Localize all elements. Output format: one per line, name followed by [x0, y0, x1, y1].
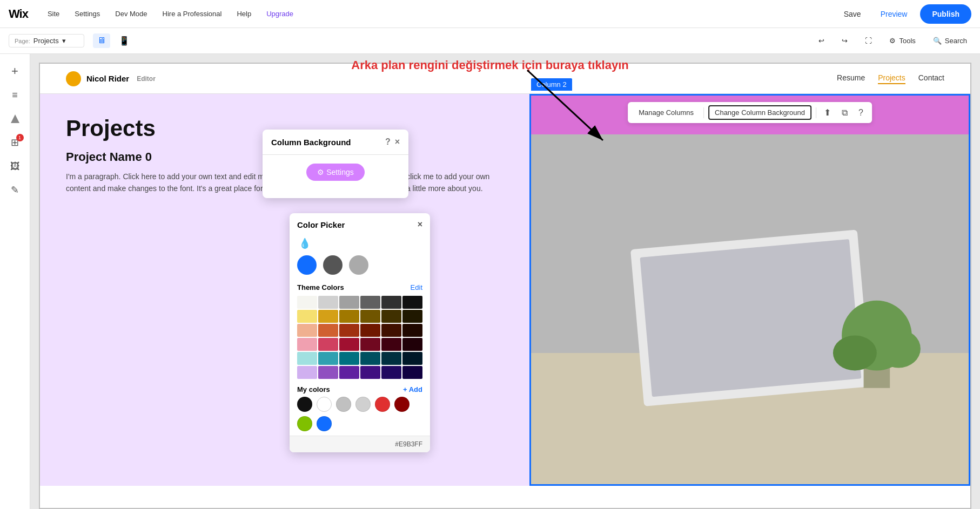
swatch-5-2[interactable] [339, 366, 359, 379]
help-icon[interactable]: ? [855, 107, 867, 119]
swatch-3-4[interactable] [381, 338, 401, 351]
redo-button[interactable]: ↪ [837, 35, 852, 47]
color-tab-light-gray[interactable] [349, 255, 368, 275]
color-tab-dark-gray[interactable] [323, 255, 343, 275]
swatch-5-3[interactable] [360, 366, 380, 379]
edit-theme-colors-link[interactable]: Edit [411, 283, 422, 291]
my-color-gray1[interactable] [336, 397, 351, 412]
sidebar-item-pages[interactable]: ≡ [4, 84, 26, 106]
my-color-blue[interactable] [317, 416, 332, 431]
sidebar-item-add[interactable]: + [4, 60, 26, 82]
nav-devmode[interactable]: Dev Mode [109, 6, 153, 21]
move-up-icon[interactable]: ⬆ [821, 106, 834, 119]
color-picker-title: Color Picker [297, 220, 345, 229]
tools-button[interactable]: ⚙ Tools [885, 35, 919, 47]
column-background-close-icon[interactable]: × [395, 137, 400, 147]
site-nav-resume[interactable]: Resume [837, 73, 865, 84]
sidebar-item-apps[interactable]: ⊞ 1 [4, 132, 26, 153]
swatch-1-1[interactable] [318, 310, 338, 323]
nav-help[interactable]: Help [230, 6, 258, 21]
my-color-green[interactable] [297, 416, 312, 431]
publish-button[interactable]: Publish [920, 4, 971, 24]
swatch-5-4[interactable] [381, 366, 401, 379]
sidebar-item-blog[interactable]: ✎ [4, 179, 26, 201]
column-2-toolbar: Manage Columns Change Column Background … [628, 102, 872, 123]
swatch-0-2[interactable] [339, 296, 359, 309]
swatch-4-1[interactable] [318, 352, 338, 365]
annotation-text: Arka plan rengini değiştirmek için buray… [351, 58, 629, 72]
my-color-white[interactable] [317, 397, 332, 412]
swatch-5-0[interactable] [297, 366, 317, 379]
nav-items: Site Settings Dev Mode Hire a Profession… [41, 6, 837, 21]
swatch-2-3[interactable] [360, 324, 380, 337]
swatch-2-2[interactable] [339, 324, 359, 337]
sidebar-item-media[interactable]: 🖼 [4, 155, 26, 177]
search-icon: 🔍 [933, 37, 942, 45]
column-2-label: Column 2 [531, 78, 572, 91]
theme-colors-section: Theme Colors Edit [290, 280, 430, 295]
swatch-3-1[interactable] [318, 338, 338, 351]
column-2[interactable]: Column 2 Manage Columns Change Column Ba… [529, 94, 970, 486]
my-color-dark-red[interactable] [394, 397, 410, 412]
swatch-3-0[interactable] [297, 338, 317, 351]
swatch-0-3[interactable] [360, 296, 380, 309]
search-button[interactable]: 🔍 Search [929, 35, 971, 47]
toolbar-separator [703, 107, 704, 118]
swatch-1-0[interactable] [297, 310, 317, 323]
site-nav-projects[interactable]: Projects [878, 73, 905, 84]
swatch-5-1[interactable] [318, 366, 338, 379]
swatch-4-0[interactable] [297, 352, 317, 365]
swatch-3-5[interactable] [402, 338, 422, 351]
swatch-1-3[interactable] [360, 310, 380, 323]
add-color-link[interactable]: + Add [403, 385, 422, 393]
nav-settings[interactable]: Settings [68, 6, 106, 21]
change-column-background-button[interactable]: Change Column Background [708, 105, 811, 120]
my-color-black[interactable] [297, 397, 312, 412]
save-button[interactable]: Save [837, 6, 868, 22]
preview-button[interactable]: Preview [874, 6, 914, 22]
swatch-0-1[interactable] [318, 296, 338, 309]
color-tab-blue[interactable] [297, 255, 317, 275]
my-colors-label: My colors [297, 385, 330, 393]
left-sidebar: + ≡ ⊞ 1 🖼 ✎ [0, 54, 30, 509]
mobile-icon[interactable]: 📱 [115, 33, 134, 48]
swatch-0-0[interactable] [297, 296, 317, 309]
duplicate-icon[interactable]: ⧉ [838, 107, 851, 119]
nav-site[interactable]: Site [41, 6, 66, 21]
swatch-4-5[interactable] [402, 352, 422, 365]
swatch-2-1[interactable] [318, 324, 338, 337]
swatch-0-5[interactable] [402, 296, 422, 309]
desktop-icon[interactable]: 🖥 [93, 33, 110, 48]
logo-badge: Editor [137, 75, 156, 83]
color-row-0 [297, 296, 422, 309]
settings-button[interactable]: ⚙ Settings [306, 164, 364, 181]
eyedropper-icon[interactable]: 💧 [297, 236, 312, 251]
my-color-red[interactable] [375, 397, 390, 412]
swatch-2-4[interactable] [381, 324, 401, 337]
swatch-0-4[interactable] [381, 296, 401, 309]
nav-hire[interactable]: Hire a Professional [156, 6, 229, 21]
swatch-4-4[interactable] [381, 352, 401, 365]
swatch-5-5[interactable] [402, 366, 422, 379]
swatch-4-2[interactable] [339, 352, 359, 365]
swatch-4-3[interactable] [360, 352, 380, 365]
sidebar-item-design[interactable] [4, 108, 26, 130]
color-picker-close-icon[interactable]: × [418, 220, 422, 229]
undo-button[interactable]: ↩ [814, 35, 829, 47]
swatch-2-0[interactable] [297, 324, 317, 337]
swatch-3-2[interactable] [339, 338, 359, 351]
swatch-3-3[interactable] [360, 338, 380, 351]
swatch-1-5[interactable] [402, 310, 422, 323]
zoom-button[interactable]: ⛶ [861, 35, 876, 47]
page-selector[interactable]: Page: Projects ▾ [9, 34, 84, 47]
swatch-2-5[interactable] [402, 324, 422, 337]
nav-upgrade[interactable]: Upgrade [260, 6, 300, 21]
second-navigation: Page: Projects ▾ 🖥 📱 Arka plan rengini d… [0, 28, 980, 54]
column-background-panel: Column Background ? × ⚙ Settings [263, 130, 408, 198]
swatch-1-2[interactable] [339, 310, 359, 323]
my-color-gray2[interactable] [355, 397, 371, 412]
manage-columns-button[interactable]: Manage Columns [633, 106, 699, 119]
column-background-help-icon[interactable]: ? [385, 137, 391, 147]
site-nav-contact[interactable]: Contact [918, 73, 944, 84]
swatch-1-4[interactable] [381, 310, 401, 323]
